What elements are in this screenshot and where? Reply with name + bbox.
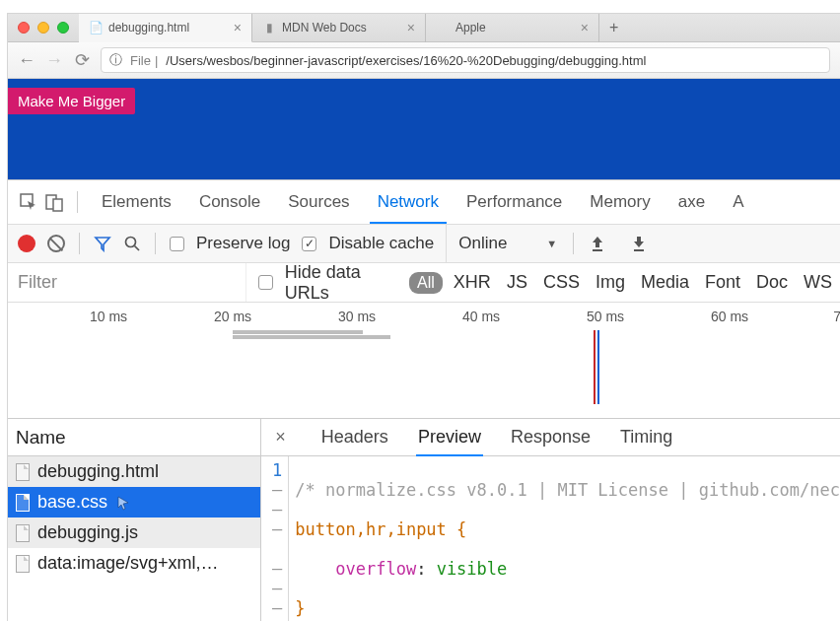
request-row-selected[interactable]: base.css (8, 487, 260, 518)
document-icon (16, 555, 30, 573)
filter-font[interactable]: Font (705, 272, 740, 293)
throttle-value: Online (458, 234, 507, 253)
filter-doc[interactable]: Doc (756, 272, 788, 293)
browser-tabstrip: 📄 debugging.html × ▮ MDN Web Docs × Appl… (8, 14, 840, 42)
filter-css[interactable]: CSS (543, 272, 580, 293)
tab-network[interactable]: Network (364, 180, 453, 224)
tab-performance[interactable]: Performance (453, 180, 576, 224)
time-mark: 70 (833, 309, 840, 324)
network-filterbar: Filter Hide data URLs All XHR JS CSS Img… (8, 263, 840, 303)
request-row[interactable]: data:image/svg+xml,… (8, 548, 260, 579)
devtools-tabbar: Elements Console Sources Network Perform… (8, 180, 840, 224)
make-me-bigger-button[interactable]: Make Me Bigger (8, 88, 135, 114)
tab-more[interactable]: A (719, 180, 757, 224)
filter-js[interactable]: JS (507, 272, 527, 293)
tab-title: debugging.html (108, 21, 189, 34)
document-icon (16, 494, 30, 512)
inspect-element-icon[interactable] (16, 189, 41, 215)
detail-tab-preview[interactable]: Preview (418, 427, 481, 448)
tab-memory[interactable]: Memory (576, 180, 664, 224)
network-request-list: Name debugging.html base.css debugging.j… (8, 419, 261, 621)
time-mark: 40 ms (462, 309, 500, 324)
tab-elements[interactable]: Elements (88, 180, 185, 224)
url-input[interactable]: ⓘ File | /Users/wesbos/beginner-javascri… (101, 47, 830, 73)
svg-rect-5 (593, 249, 602, 251)
minimize-window-button[interactable] (37, 22, 49, 34)
filter-media[interactable]: Media (641, 272, 689, 293)
back-button[interactable]: ← (18, 50, 35, 71)
mdn-icon: ▮ (262, 21, 276, 34)
tab-axe[interactable]: axe (665, 180, 719, 224)
upload-har-icon[interactable] (590, 235, 605, 252)
filter-all[interactable]: All (409, 272, 443, 294)
close-window-button[interactable] (18, 22, 30, 34)
device-toolbar-icon[interactable] (41, 189, 67, 215)
detail-tab-response[interactable]: Response (511, 427, 591, 448)
network-timeline[interactable]: 10 ms 20 ms 30 ms 40 ms 50 ms 60 ms 70 (8, 303, 840, 419)
time-mark: 50 ms (587, 309, 624, 324)
filter-img[interactable]: Img (595, 272, 625, 293)
maximize-window-button[interactable] (57, 22, 69, 34)
address-bar: ← → ⟳ ⓘ File | /Users/wesbos/beginner-ja… (8, 42, 840, 79)
preserve-log-checkbox[interactable] (170, 237, 184, 251)
time-mark: 20 ms (214, 309, 251, 324)
reload-button[interactable]: ⟳ (73, 49, 91, 71)
network-toolbar: Preserve log Disable cache Online ▼ (8, 224, 840, 263)
svg-rect-2 (53, 199, 62, 211)
tab-title: MDN Web Docs (282, 21, 367, 34)
file-icon: 📄 (89, 21, 103, 34)
download-har-icon[interactable] (631, 235, 647, 252)
url-scheme: File (130, 53, 151, 68)
request-name: base.css (37, 492, 107, 513)
new-tab-button[interactable]: + (599, 19, 628, 36)
tab-console[interactable]: Console (185, 180, 274, 224)
throttle-select[interactable]: Online ▼ (446, 225, 557, 262)
filter-input[interactable]: Filter (8, 263, 246, 302)
svg-line-4 (135, 246, 140, 251)
detail-tab-headers[interactable]: Headers (321, 427, 388, 448)
close-tab-icon[interactable]: × (581, 20, 589, 35)
close-tab-icon[interactable]: × (407, 20, 415, 35)
devtools-panel: Elements Console Sources Network Perform… (8, 179, 840, 621)
filter-icon[interactable] (94, 235, 111, 252)
tab-apple[interactable]: Apple × (426, 14, 599, 42)
request-row[interactable]: debugging.html (8, 456, 260, 487)
column-name-header[interactable]: Name (8, 419, 260, 456)
site-info-icon[interactable]: ⓘ (109, 51, 122, 69)
clear-button[interactable] (47, 235, 65, 252)
tab-title: Apple (455, 21, 486, 34)
detail-tab-timing[interactable]: Timing (620, 427, 672, 448)
request-detail-panel: × Headers Preview Response Timing 1 – – … (261, 419, 840, 621)
tab-sources[interactable]: Sources (274, 180, 363, 224)
tab-debugging[interactable]: 📄 debugging.html × (79, 14, 252, 42)
request-row[interactable]: debugging.js (8, 518, 260, 548)
timeline-bar (233, 335, 390, 339)
close-detail-icon[interactable]: × (275, 427, 286, 448)
filter-xhr[interactable]: XHR (454, 272, 491, 293)
time-mark: 30 ms (338, 309, 376, 324)
record-button[interactable] (18, 235, 35, 252)
tab-mdn[interactable]: ▮ MDN Web Docs × (252, 14, 426, 42)
detail-tabbar: × Headers Preview Response Timing (261, 419, 840, 456)
filter-ws[interactable]: WS (804, 272, 832, 293)
forward-button[interactable]: → (45, 50, 63, 71)
domcontent-line (597, 330, 599, 404)
preserve-log-label: Preserve log (196, 234, 290, 253)
document-icon (16, 524, 30, 542)
svg-rect-6 (634, 249, 644, 251)
window-controls[interactable] (8, 22, 79, 34)
preview-code[interactable]: 1 – – – – – – /* normalize.css v8.0.1 | … (261, 456, 840, 621)
close-tab-icon[interactable]: × (234, 20, 242, 35)
code-source: /* normalize.css v8.0.1 | MIT License | … (289, 456, 840, 621)
search-icon[interactable] (123, 235, 141, 252)
cursor-icon (115, 495, 131, 511)
url-path: /Users/wesbos/beginner-javascript/exerci… (166, 53, 646, 68)
request-name: debugging.html (37, 461, 159, 482)
document-icon (16, 463, 30, 481)
disable-cache-checkbox[interactable] (302, 237, 316, 251)
timeline-bar (233, 330, 363, 334)
disable-cache-label: Disable cache (328, 234, 434, 253)
hide-data-urls-label: Hide data URLs (285, 262, 403, 304)
chevron-down-icon: ▼ (546, 238, 557, 249)
hide-data-urls-checkbox[interactable] (258, 275, 272, 290)
